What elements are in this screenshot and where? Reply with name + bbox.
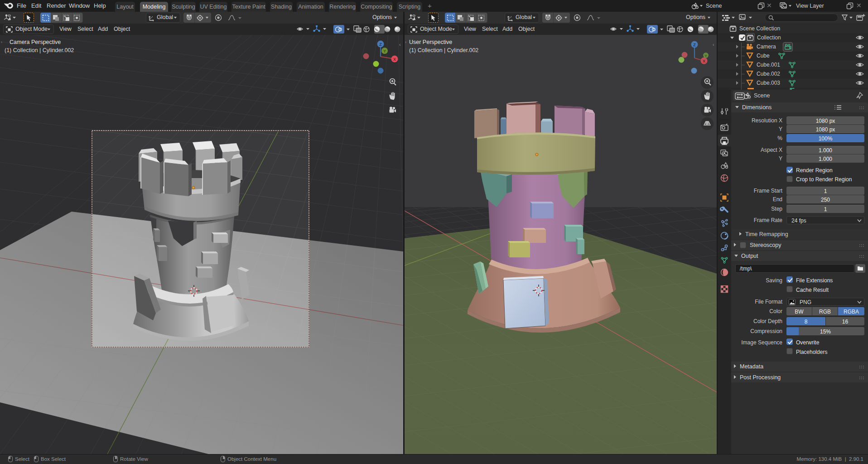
svg-text:(1) Collection | Cylinder.002: (1) Collection | Cylinder.002 — [409, 47, 478, 53]
svg-text:Z: Z — [379, 42, 382, 47]
svg-text:›: › — [1, 40, 2, 44]
svg-text:User Perspective: User Perspective — [409, 39, 452, 45]
svg-text:Z: Z — [693, 43, 696, 47]
svg-text:›: › — [405, 40, 406, 44]
svg-text:‹: ‹ — [713, 42, 714, 47]
svg-text:‹: ‹ — [399, 42, 401, 47]
svg-text:Camera Perspective: Camera Perspective — [10, 39, 61, 45]
svg-text:Y: Y — [704, 54, 707, 58]
svg-text:X: X — [393, 57, 396, 62]
svg-text:Y: Y — [383, 49, 386, 53]
svg-text:X: X — [703, 59, 705, 63]
svg-text:(1) Collection | Cylinder.002: (1) Collection | Cylinder.002 — [5, 47, 74, 53]
